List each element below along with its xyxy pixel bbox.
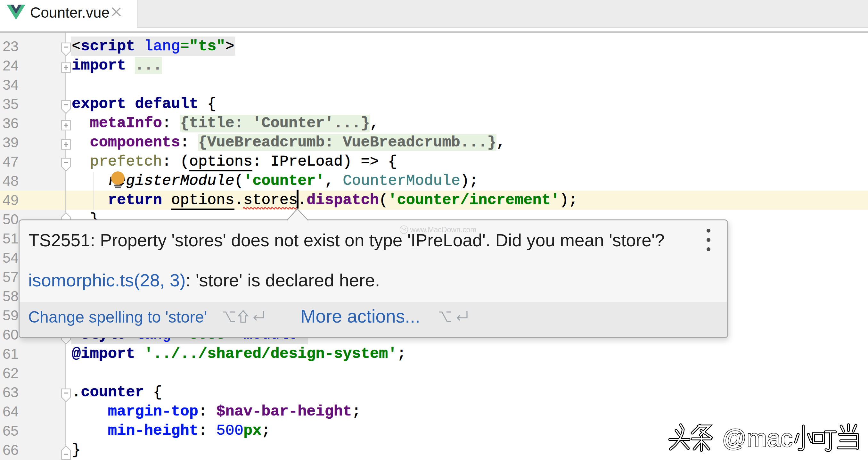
svg-text:@mac: @mac	[722, 424, 793, 452]
